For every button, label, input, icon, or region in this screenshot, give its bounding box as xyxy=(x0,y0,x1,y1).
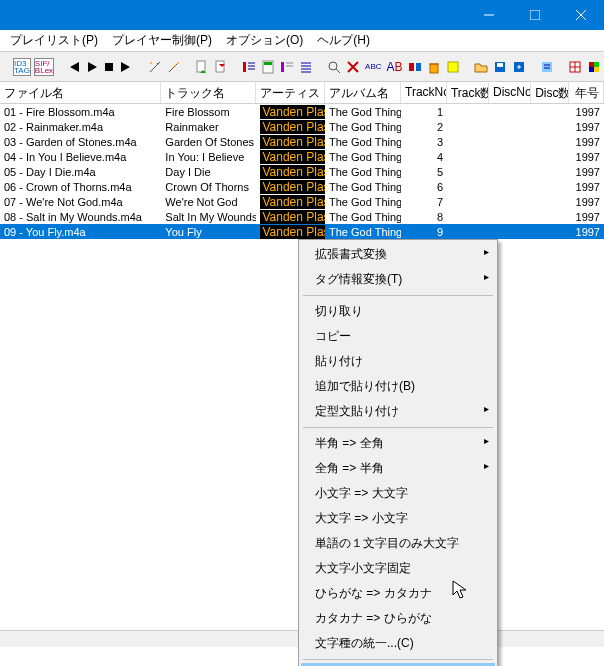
svg-rect-16 xyxy=(281,62,284,72)
ctx-char-unify[interactable]: 文字種の統一...(C) xyxy=(301,631,495,656)
col-tracks[interactable]: Track数 xyxy=(447,82,489,103)
abc-red-icon[interactable]: AB xyxy=(386,57,404,77)
menu-player[interactable]: プレイヤー制御(P) xyxy=(106,30,218,51)
ctx-hira-kata[interactable]: ひらがな => カタカナ xyxy=(301,581,495,606)
menubar: プレイリスト(P) プレイヤー制御(P) オプション(O) ヘルプ(H) xyxy=(0,30,604,52)
close-button[interactable] xyxy=(558,0,604,30)
col-discno[interactable]: DiscNo xyxy=(489,82,531,103)
svg-rect-31 xyxy=(497,63,503,67)
doc-arrow-icon[interactable] xyxy=(194,57,210,77)
svg-rect-39 xyxy=(589,62,594,67)
table-row[interactable]: 03 - Garden of Stones.m4aGarden Of Stone… xyxy=(0,134,604,149)
svg-rect-27 xyxy=(430,64,438,73)
toolbar: ID3TAG SIF/BLex ABC AB xyxy=(0,52,604,82)
table-row[interactable]: 01 - Fire Blossom.m4aFire BlossomVanden … xyxy=(0,104,604,119)
col-filename[interactable]: ファイル名 xyxy=(0,82,161,103)
wand-icon[interactable] xyxy=(147,57,163,77)
play-button[interactable] xyxy=(85,57,99,77)
list-lines-icon[interactable] xyxy=(298,57,314,77)
stop-button[interactable] xyxy=(102,57,116,77)
svg-rect-41 xyxy=(589,67,594,72)
svg-rect-9 xyxy=(216,61,224,72)
ctx-paste-fixed[interactable]: 定型文貼り付け xyxy=(301,399,495,424)
svg-line-24 xyxy=(336,69,340,73)
blue-list-icon[interactable] xyxy=(539,57,555,77)
folder-icon[interactable] xyxy=(473,57,489,77)
menu-help[interactable]: ヘルプ(H) xyxy=(311,30,376,51)
ctx-tag-info[interactable]: タグ情報変換(T) xyxy=(301,267,495,292)
yellow-box-icon[interactable] xyxy=(445,57,461,77)
maximize-button[interactable] xyxy=(512,0,558,30)
svg-rect-42 xyxy=(594,67,599,72)
ctx-ext-format[interactable]: 拡張書式変換 xyxy=(301,242,495,267)
svg-point-7 xyxy=(174,65,176,67)
svg-rect-26 xyxy=(416,63,421,71)
svg-point-6 xyxy=(177,62,179,64)
svg-rect-33 xyxy=(542,62,552,72)
ctx-cut[interactable]: 切り取り xyxy=(301,299,495,324)
grid-rows: 01 - Fire Blossom.m4aFire BlossomVanden … xyxy=(0,104,604,239)
search-icon[interactable] xyxy=(326,57,342,77)
ctx-first-cap[interactable]: 単語の１文字目のみ大文字 xyxy=(301,531,495,556)
svg-rect-25 xyxy=(409,63,414,71)
list-purple-icon[interactable] xyxy=(279,57,295,77)
list-red-icon[interactable] xyxy=(241,57,257,77)
table-row[interactable]: 02 - Rainmaker.m4aRainmakerVanden PlasTh… xyxy=(0,119,604,134)
svg-point-5 xyxy=(150,62,152,64)
grid-header: ファイル名 トラック名 アーティスト名 アルバム名 TrackNo Track数… xyxy=(0,82,604,104)
svg-rect-4 xyxy=(105,63,113,71)
table-row[interactable]: 06 - Crown of Thorns.m4aCrown Of ThornsV… xyxy=(0,179,604,194)
menu-playlist[interactable]: プレイリスト(P) xyxy=(4,30,104,51)
col-trackname[interactable]: トラック名 xyxy=(161,82,256,103)
table-row[interactable]: 05 - Day I Die.m4aDay I DieVanden PlasTh… xyxy=(0,164,604,179)
ctx-lower-upper[interactable]: 小文字 => 大文字 xyxy=(301,481,495,506)
table-row[interactable]: 08 - Salt in My Wounds.m4aSalt In My Wou… xyxy=(0,209,604,224)
export-icon[interactable] xyxy=(511,57,527,77)
ctx-case-fix[interactable]: 大文字小文字固定 xyxy=(301,556,495,581)
col-album[interactable]: アルバム名 xyxy=(325,82,401,103)
doc-up-icon[interactable] xyxy=(213,57,229,77)
ctx-paste[interactable]: 貼り付け xyxy=(301,349,495,374)
menu-option[interactable]: オプション(O) xyxy=(220,30,309,51)
wand2-icon[interactable] xyxy=(166,57,182,77)
ctx-paste-add[interactable]: 追加で貼り付け(B) xyxy=(301,374,495,399)
svg-point-23 xyxy=(329,62,337,70)
svg-rect-10 xyxy=(243,62,246,72)
calc-icon[interactable] xyxy=(260,57,276,77)
context-menu: 拡張書式変換 タグ情報変換(T) 切り取り コピー 貼り付け 追加で貼り付け(B… xyxy=(298,239,498,666)
red-grid-icon[interactable] xyxy=(567,57,583,77)
ctx-upper-lower[interactable]: 大文字 => 小文字 xyxy=(301,506,495,531)
siftag-button[interactable]: SIF/BLex xyxy=(34,58,54,76)
col-artist[interactable]: アーティスト名 xyxy=(256,82,325,103)
id3tag-button[interactable]: ID3TAG xyxy=(13,58,31,76)
ctx-copy[interactable]: コピー xyxy=(301,324,495,349)
svg-rect-15 xyxy=(264,62,272,65)
track-grid: ファイル名 トラック名 アーティスト名 アルバム名 TrackNo Track数… xyxy=(0,82,604,239)
redblue-icon[interactable] xyxy=(407,57,423,77)
trash-icon[interactable] xyxy=(426,57,442,77)
table-row[interactable]: 09 - You Fly.m4aYou FlyVanden PlasThe Go… xyxy=(0,224,604,239)
save-icon[interactable] xyxy=(492,57,508,77)
svg-rect-40 xyxy=(594,62,599,67)
color-grid-icon[interactable] xyxy=(586,57,602,77)
abc-icon[interactable]: ABC xyxy=(364,57,382,77)
table-row[interactable]: 04 - In You I Believe.m4aIn You: I Belie… xyxy=(0,149,604,164)
delete-icon[interactable] xyxy=(345,57,361,77)
svg-rect-1 xyxy=(530,10,540,20)
ctx-half-full[interactable]: 半角 => 全角 xyxy=(301,431,495,456)
prev-button[interactable] xyxy=(66,57,82,77)
svg-rect-8 xyxy=(197,61,205,72)
col-trackno[interactable]: TrackNo xyxy=(401,82,447,103)
titlebar xyxy=(0,0,604,30)
svg-rect-29 xyxy=(448,62,458,72)
minimize-button[interactable] xyxy=(466,0,512,30)
table-row[interactable]: 07 - We're Not God.m4aWe're Not GodVande… xyxy=(0,194,604,209)
col-discs[interactable]: Disc数 xyxy=(531,82,569,103)
ctx-kata-hira[interactable]: カタカナ => ひらがな xyxy=(301,606,495,631)
ctx-full-half[interactable]: 全角 => 半角 xyxy=(301,456,495,481)
next-button[interactable] xyxy=(119,57,135,77)
col-year[interactable]: 年号 xyxy=(569,82,604,103)
